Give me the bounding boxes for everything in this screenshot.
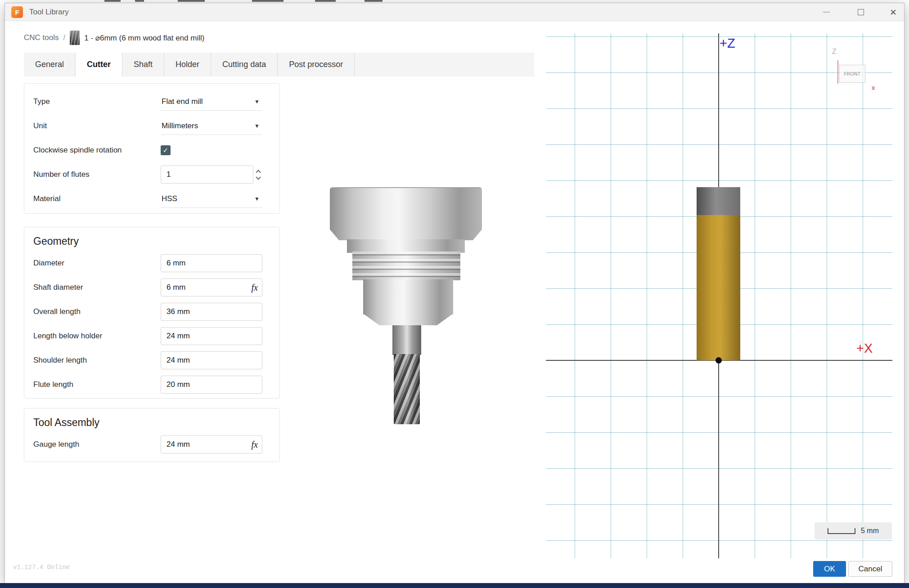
viewcube-z-label: Z — [832, 48, 837, 56]
shaft-diameter-row: Shaft diameter fx — [24, 275, 279, 300]
cutter-settings-panel: Type Flat end mill ▼ Unit Millimeters ▼ … — [24, 83, 280, 214]
tool-profile-canvas[interactable]: +Z +X Z FRONT x 5 mm — [546, 33, 892, 558]
breadcrumb-cnc-tools[interactable]: CNC tools — [24, 33, 58, 42]
spinner-down-icon[interactable] — [256, 175, 261, 180]
fx-formula-icon[interactable]: fx — [252, 283, 258, 293]
unit-dropdown[interactable]: Millimeters ▼ — [161, 117, 262, 135]
length-below-holder-input[interactable] — [161, 327, 262, 345]
fx-formula-icon[interactable]: fx — [252, 440, 258, 450]
flute-length-row: Flute length — [24, 373, 279, 397]
material-row: Material HSS ▼ — [24, 187, 279, 211]
tool-assembly-section-title: Tool Assembly — [33, 417, 279, 429]
tab-post-processor[interactable]: Post processor — [278, 53, 355, 76]
profile-shank-section — [697, 187, 740, 215]
holder-nut-rings — [352, 251, 460, 280]
dialog-titlebar[interactable]: F Tool Library ✕ — [5, 3, 904, 21]
toolbar-fragment — [252, 0, 284, 2]
close-icon: ✕ — [890, 8, 897, 17]
length-below-holder-row: Length below holder — [24, 324, 279, 348]
dropdown-arrow-icon: ▼ — [254, 196, 260, 202]
collet-nut — [363, 279, 453, 314]
flutes-label: Number of flutes — [33, 170, 161, 179]
taskbar-edge — [0, 583, 909, 588]
shoulder-length-row: Shoulder length — [24, 348, 279, 373]
toolbar-fragment — [135, 0, 144, 2]
toolbar-fragment — [315, 0, 336, 2]
tab-cutter[interactable]: Cutter — [76, 53, 122, 76]
type-label: Type — [33, 97, 161, 106]
version-status-text: v1.127.4 Online — [13, 564, 70, 571]
breadcrumb: CNC tools / 1 - ⌀6mm (6 mm wood flat end… — [24, 28, 204, 47]
scale-bracket-icon — [828, 528, 855, 534]
breadcrumb-current-tool: 1 - ⌀6mm (6 mm wood flat end mill) — [84, 33, 204, 43]
material-dropdown[interactable]: HSS ▼ — [161, 190, 262, 208]
holder-taper — [330, 229, 482, 240]
tab-holder[interactable]: Holder — [164, 53, 211, 76]
clockwise-label: Clockwise spindle rotation — [33, 146, 161, 155]
tab-shaft[interactable]: Shaft — [122, 53, 164, 76]
material-value: HSS — [162, 194, 177, 203]
viewcube-front-label: FRONT — [844, 72, 861, 76]
profile-cutter-section — [697, 215, 740, 360]
shaft-diameter-input[interactable] — [161, 278, 262, 296]
type-dropdown[interactable]: Flat end mill ▼ — [161, 93, 262, 111]
dropdown-arrow-icon: ▼ — [254, 99, 260, 105]
tool-3d-preview — [320, 183, 500, 435]
geometry-section-title: Geometry — [33, 235, 279, 247]
shoulder-length-input[interactable] — [161, 351, 262, 369]
collet-taper — [363, 314, 453, 325]
ok-button[interactable]: OK — [813, 561, 846, 577]
tab-general[interactable]: General — [24, 53, 76, 76]
geometry-panel: Geometry Diameter Shaft diameter fx Over… — [24, 227, 280, 399]
plus-x-axis-label: +X — [856, 341, 873, 356]
viewcube-x-axis-tick — [837, 60, 838, 84]
clockwise-row: Clockwise spindle rotation ✓ — [24, 138, 279, 162]
diameter-row: Diameter — [24, 251, 279, 275]
holder-body — [330, 187, 482, 229]
holder-neck — [347, 239, 465, 253]
viewcube-front-face[interactable]: FRONT — [839, 65, 865, 83]
diameter-label: Diameter — [33, 259, 161, 268]
shaft-diameter-label: Shaft diameter — [33, 283, 161, 292]
unit-label: Unit — [33, 121, 161, 130]
scale-indicator: 5 mm — [814, 522, 892, 539]
tab-bar: General Cutter Shaft Holder Cutting data… — [24, 53, 534, 76]
flute-length-input[interactable] — [161, 376, 262, 394]
overall-length-input[interactable] — [161, 303, 262, 321]
tool-tip-origin-dot — [716, 357, 722, 364]
tab-cutting-data[interactable]: Cutting data — [211, 53, 278, 76]
number-of-flutes-input[interactable] — [161, 166, 253, 184]
shoulder-length-label: Shoulder length — [33, 356, 161, 365]
tool-library-dialog: F Tool Library ✕ CNC tools / 1 - ⌀6mm (6… — [4, 3, 904, 584]
type-value: Flat end mill — [162, 97, 203, 106]
scale-value: 5 mm — [861, 527, 879, 535]
minimize-icon — [823, 12, 830, 13]
toolbar-fragment — [104, 0, 121, 2]
check-icon: ✓ — [163, 146, 169, 154]
plus-z-axis-label: +Z — [720, 36, 735, 51]
gauge-length-row: Gauge length fx — [24, 432, 279, 457]
fusion-app-icon: F — [11, 6, 23, 18]
breadcrumb-separator: / — [63, 33, 65, 42]
maximize-button[interactable] — [851, 3, 871, 21]
minimize-button[interactable] — [816, 3, 836, 21]
overall-length-row: Overall length — [24, 300, 279, 324]
screen: F Tool Library ✕ CNC tools / 1 - ⌀6mm (6… — [0, 0, 909, 588]
gauge-length-input[interactable] — [161, 435, 262, 453]
toolbar-fragment — [178, 0, 205, 2]
viewcube-x-label: x — [872, 84, 875, 91]
tool-thumbnail — [70, 31, 80, 45]
fluted-cutter — [394, 354, 420, 424]
fusion-logo-letter: F — [15, 9, 19, 16]
tool-assembly-panel: Tool Assembly Gauge length fx — [24, 408, 280, 462]
cancel-button[interactable]: Cancel — [848, 561, 892, 577]
material-label: Material — [33, 194, 161, 203]
length-below-holder-label: Length below holder — [33, 332, 161, 341]
clockwise-checkbox[interactable]: ✓ — [161, 145, 171, 155]
diameter-input[interactable] — [161, 254, 262, 272]
unit-row: Unit Millimeters ▼ — [24, 114, 279, 138]
close-button[interactable]: ✕ — [883, 3, 903, 21]
spinner-up-icon[interactable] — [256, 170, 261, 175]
window-title: Tool Library — [29, 3, 69, 21]
overall-length-label: Overall length — [33, 307, 161, 316]
